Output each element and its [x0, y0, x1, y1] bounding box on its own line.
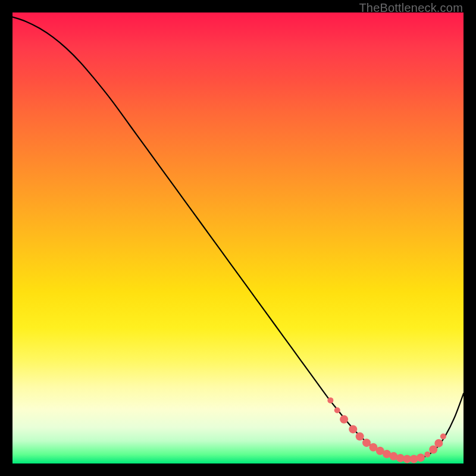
curve-marker [356, 433, 364, 441]
curve-marker [334, 408, 340, 414]
curve-marker [327, 397, 333, 403]
curve-marker [429, 446, 437, 454]
curve-marker [434, 439, 443, 447]
curve-marker [340, 415, 348, 424]
curve-marker [440, 434, 446, 440]
chart-container: TheBottleneck.com [0, 0, 476, 476]
curve-marker [362, 439, 371, 447]
chart-curve-layer [12, 12, 464, 464]
curve-marker [424, 452, 430, 458]
curve-marker [416, 453, 425, 462]
curve-marker [349, 425, 357, 433]
curve-markers [327, 397, 446, 464]
bottleneck-curve [12, 17, 464, 460]
attribution-text: TheBottleneck.com [359, 1, 463, 15]
